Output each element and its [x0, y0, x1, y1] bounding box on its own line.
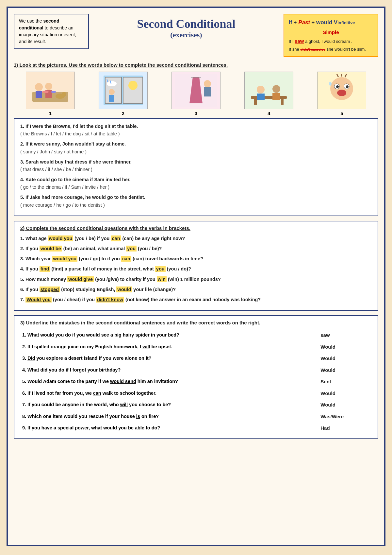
sentence-1-4-main: 4. Kate could go to the cinema if Sam in… [20, 177, 131, 182]
hl-2-6-a: stopped [40, 286, 60, 292]
svg-rect-15 [109, 95, 114, 102]
hl-2-3-a: would you [52, 256, 78, 262]
outer-border: We use the second conditional to describ… [7, 7, 385, 546]
formula-ex1: If I saw a ghost, I would scream . [289, 37, 373, 45]
table-row: 5. Would Adam come to the party if we wo… [20, 376, 372, 388]
hl-2-2-b: you [126, 246, 137, 251]
pic-label-5: 5 [340, 111, 343, 116]
section1-title: 1) Look at the pictures. Use the words b… [14, 62, 378, 68]
svg-point-1 [35, 83, 43, 91]
pic-image-1 [26, 72, 75, 109]
header: We use the second conditional to describ… [14, 14, 378, 57]
sentence-2-3: 3. Which year would you (you / go) to if… [20, 255, 372, 263]
s3-answer-1: saw [314, 329, 372, 341]
s3-answer-6: Would [314, 388, 372, 399]
pic-label-2: 2 [122, 111, 124, 116]
table-row: 4. What did you do if I forgot your birt… [20, 364, 372, 376]
hl-2-5-a: would give [67, 276, 94, 282]
exercise-box-2: 2) Complete the second conditional quest… [14, 221, 378, 311]
sentence-1-4: 4. Kate could go to the cinema if Sam in… [20, 176, 372, 191]
err-2: will [142, 344, 150, 349]
svg-point-40 [329, 82, 332, 86]
pic-item-1: 1 [17, 72, 83, 116]
s3-sentence-3: 3. Did you explore a desert island if yo… [20, 353, 314, 364]
svg-rect-25 [248, 74, 290, 107]
table-row: 7. If you could be anyone in the world, … [20, 399, 372, 411]
s3-sentence-4: 4. What did you do if I forgot your birt… [20, 364, 314, 376]
s3-sentence-6: 6. If I lived not far from you, we can w… [20, 388, 314, 399]
hl-2-1-a: would you [48, 235, 74, 241]
s3-answer-4: Would [314, 364, 372, 376]
table-row: 8. Which one item would you rescue if yo… [20, 411, 372, 423]
exercise-box-3: 3) Underline the mistakes in the second … [14, 315, 378, 439]
section3-title: 3) Underline the mistakes in the second … [20, 320, 372, 325]
sentence-1-5-hint: ( more courage / he / go / to the dentis… [20, 202, 105, 208]
err-7: will [120, 402, 128, 407]
formula-vinf: infinitive [337, 20, 355, 25]
hl-2-1-b: can [111, 235, 121, 241]
pic-item-3: 3 [163, 72, 229, 116]
table-row: 6. If I lived not far from you, we can w… [20, 388, 372, 399]
table-row: 9. If you have a special power, what wou… [20, 422, 372, 434]
svg-point-13 [107, 81, 117, 86]
s3-answer-5: Sent [314, 376, 372, 388]
s3-answer-8: Was/Were [314, 411, 372, 423]
s3-answer-7: Would [314, 399, 372, 411]
hl-2-6-b: would [116, 286, 132, 292]
svg-point-37 [336, 85, 339, 88]
pic-image-5 [317, 72, 366, 109]
sentence-1-5: 5. If Jake had more courage, he would go… [20, 194, 372, 209]
hl-2-7-a: Would you [25, 297, 52, 303]
formula-line1: If + Past + would Vinfinitive [289, 18, 373, 28]
sentence-1-2-hint: ( sunny / John / stay / at home ) [20, 149, 87, 154]
err-8: is [136, 414, 140, 419]
s3-sentence-2: 2. If I spilled orange juice on my Engli… [20, 341, 314, 353]
svg-rect-28 [281, 99, 284, 105]
s3-sentence-5: 5. Would Adam come to the party if we wo… [20, 376, 314, 388]
hl-2-7-b: didn't know [96, 297, 124, 303]
formula-ex2: If she didn't exercise,she wouldn't be s… [289, 45, 373, 53]
svg-rect-27 [254, 99, 257, 105]
svg-rect-26 [251, 96, 287, 99]
sentence-1-1-main: 1. If I were the Browns, I'd let the dog… [20, 124, 138, 129]
sentence-1-5-main: 5. If Jake had more courage, he would go… [20, 195, 145, 200]
info-text: We use the second conditional to describ… [19, 18, 76, 44]
svg-point-39 [337, 90, 346, 96]
hl-2-3-b: can [121, 256, 131, 262]
exercise-box-1: 1. If I were the Browns, I'd let the dog… [14, 118, 378, 216]
table-row: 2. If I spilled orange juice on my Engli… [20, 341, 372, 353]
svg-point-34 [330, 77, 353, 100]
svg-point-29 [257, 86, 265, 94]
svg-point-7 [42, 91, 49, 93]
sentence-2-2: 2. If you would be (be) an animal, what … [20, 245, 372, 252]
sentence-1-3: 3. Sarah would buy that dress if she wer… [20, 158, 372, 173]
pictures-row: 1 [14, 72, 378, 116]
pic-label-4: 4 [268, 111, 270, 116]
formula-simple: Simple [289, 28, 373, 37]
sentence-2-6: 6. If you stopped (stop) studying Englis… [20, 286, 372, 293]
sentence-1-2-main: 2. If it were sunny, John wouldn't stay … [20, 141, 126, 147]
err-9: have [41, 425, 52, 430]
pic-item-2: 2 [90, 72, 156, 116]
svg-point-12 [128, 81, 138, 90]
err-3: Did [27, 356, 35, 361]
err-1: would see [86, 332, 109, 338]
sentence-1-1: 1. If I were the Browns, I'd let the dog… [20, 123, 372, 138]
svg-point-8 [51, 91, 56, 93]
formula-past: Past [298, 19, 310, 26]
svg-point-31 [272, 85, 280, 93]
s3-sentence-9: 9. If you have a special power, what wou… [20, 422, 314, 434]
pic-label-3: 3 [195, 111, 197, 116]
hl-2-2-a: would be [40, 246, 62, 251]
sentence-1-1-hint: ( the Browns / I / let / the dog / sit /… [20, 131, 120, 136]
hl-2-4-b: you [155, 266, 166, 272]
svg-point-21 [204, 80, 211, 87]
err-6: can [93, 390, 101, 396]
sentence-2-7: 7. Would you (you / cheat) if you didn't… [20, 296, 372, 304]
sentence-2-1: 1. What age would you (you / be) if you … [20, 235, 372, 242]
hl-2-4-a: find [40, 266, 50, 272]
info-bold: second conditional [19, 18, 59, 30]
svg-point-38 [346, 85, 349, 88]
svg-point-3 [45, 83, 52, 90]
pic-label-1: 1 [49, 111, 51, 116]
